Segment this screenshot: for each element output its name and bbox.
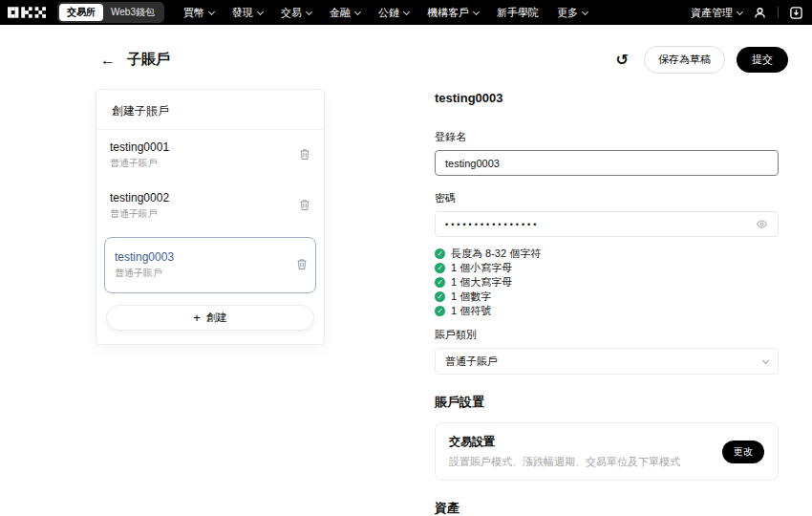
form-heading: testing0003 bbox=[435, 91, 779, 105]
check-icon: ✓ bbox=[435, 248, 445, 259]
back-arrow-icon[interactable]: ← bbox=[100, 52, 116, 69]
chevron-down-icon bbox=[208, 8, 215, 14]
account-type: 普通子賬戶 bbox=[110, 157, 169, 170]
trash-icon[interactable] bbox=[296, 257, 308, 274]
check-icon: ✓ bbox=[435, 277, 445, 288]
account-name: testing0001 bbox=[110, 140, 169, 154]
nav-discover[interactable]: 發現 bbox=[232, 6, 263, 20]
trade-settings-title: 交易設置 bbox=[449, 434, 680, 450]
rule-lowercase: ✓1 個小寫字母 bbox=[435, 261, 779, 275]
nav-divider bbox=[778, 7, 779, 18]
chevron-down-icon bbox=[306, 8, 312, 14]
account-category-label: 賬戶類別 bbox=[435, 328, 779, 342]
nav-more[interactable]: 更多 bbox=[557, 6, 588, 20]
chevron-down-icon bbox=[354, 8, 361, 14]
nav-academy[interactable]: 新手學院 bbox=[497, 6, 539, 20]
nav-asset-management[interactable]: 資產管理 bbox=[691, 6, 742, 20]
product-switcher: 交易所 Web3錢包 bbox=[57, 2, 164, 23]
top-navbar: 交易所 Web3錢包 買幣 發現 交易 金融 公鏈 機構客戶 新手學院 更多 資… bbox=[0, 0, 812, 25]
assets-section-title: 資產 bbox=[435, 500, 779, 516]
download-app-icon[interactable] bbox=[790, 7, 802, 19]
rule-length: ✓長度為 8-32 個字符 bbox=[435, 247, 779, 261]
chevron-down-icon bbox=[473, 8, 480, 14]
rule-symbol: ✓1 個符號 bbox=[435, 304, 779, 318]
password-label: 密碼 bbox=[435, 191, 779, 205]
nav-public-chain[interactable]: 公鏈 bbox=[378, 6, 409, 20]
account-category-value: 普通子賬戶 bbox=[445, 355, 498, 369]
eye-off-icon[interactable] bbox=[756, 219, 768, 229]
nav-institutional[interactable]: 機構客戶 bbox=[427, 6, 479, 20]
account-type: 普通子賬戶 bbox=[110, 207, 169, 221]
undo-icon[interactable]: ↺ bbox=[616, 51, 629, 69]
trade-settings-row: 交易設置 設置賬戶模式、漲跌幅週期、交易單位及下單模式 更改 bbox=[435, 422, 779, 481]
tab-web3-wallet[interactable]: Web3錢包 bbox=[103, 4, 162, 21]
login-name-label: 登錄名 bbox=[435, 130, 779, 144]
page-header: ← 子賬戶 ↺ 保存為草稿 提交 bbox=[0, 25, 812, 74]
nav-right: 資產管理 bbox=[691, 6, 802, 20]
okx-logo[interactable] bbox=[8, 7, 46, 18]
password-rules: ✓長度為 8-32 個字符 ✓1 個小寫字母 ✓1 個大寫字母 ✓1 個數字 ✓… bbox=[435, 247, 779, 318]
login-name-input[interactable] bbox=[435, 150, 779, 176]
submit-button[interactable]: 提交 bbox=[737, 47, 788, 73]
nav-finance[interactable]: 金融 bbox=[330, 6, 360, 20]
account-item-testing0003[interactable]: testing0003 普通子賬戶 bbox=[104, 237, 316, 293]
change-button[interactable]: 更改 bbox=[722, 441, 764, 463]
password-input[interactable]: •••••••••••••••• bbox=[435, 211, 779, 237]
subaccount-form: testing0003 登錄名 密碼 •••••••••••••••• ✓長度為… bbox=[435, 89, 779, 516]
content: 創建子賬戶 testing0001 普通子賬戶 testing0002 普通子賬… bbox=[0, 74, 812, 516]
account-name: testing0002 bbox=[110, 191, 169, 204]
save-draft-button[interactable]: 保存為草稿 bbox=[644, 46, 725, 74]
chevron-down-icon bbox=[403, 8, 410, 14]
nav-menu: 買幣 發現 交易 金融 公鏈 機構客戶 新手學院 更多 bbox=[183, 6, 588, 20]
account-item-testing0002[interactable]: testing0002 普通子賬戶 bbox=[96, 181, 324, 231]
subaccount-list-title: 創建子賬戶 bbox=[96, 90, 324, 130]
rule-number: ✓1 個數字 bbox=[435, 290, 779, 304]
chevron-down-icon bbox=[582, 8, 588, 14]
trade-settings-desc: 設置賬戶模式、漲跌幅週期、交易單位及下單模式 bbox=[449, 455, 680, 469]
account-category-select[interactable]: 普通子賬戶 bbox=[435, 348, 779, 375]
chevron-down-icon bbox=[257, 8, 264, 14]
nav-buy-crypto[interactable]: 買幣 bbox=[183, 6, 214, 20]
plus-icon: + bbox=[193, 311, 201, 325]
rule-uppercase: ✓1 個大寫字母 bbox=[435, 275, 779, 290]
account-name: testing0003 bbox=[115, 250, 174, 264]
check-icon: ✓ bbox=[435, 263, 445, 273]
password-masked-value: •••••••••••••••• bbox=[445, 220, 756, 229]
user-icon[interactable] bbox=[754, 7, 766, 19]
nav-trade[interactable]: 交易 bbox=[281, 6, 311, 20]
chevron-down-icon bbox=[762, 356, 769, 363]
account-type: 普通子賬戶 bbox=[115, 267, 174, 280]
account-settings-section-title: 賬戶設置 bbox=[435, 394, 779, 411]
check-icon: ✓ bbox=[435, 306, 445, 316]
page-title: 子賬戶 bbox=[127, 51, 170, 69]
subaccount-list-card: 創建子賬戶 testing0001 普通子賬戶 testing0002 普通子賬… bbox=[96, 89, 325, 345]
check-icon: ✓ bbox=[435, 291, 445, 302]
tab-exchange[interactable]: 交易所 bbox=[59, 4, 103, 21]
account-item-testing0001[interactable]: testing0001 普通子賬戶 bbox=[96, 130, 324, 181]
trash-icon[interactable] bbox=[299, 147, 310, 164]
create-subaccount-button[interactable]: + 創建 bbox=[106, 305, 314, 331]
trash-icon[interactable] bbox=[299, 198, 310, 215]
chevron-down-icon bbox=[737, 8, 743, 14]
